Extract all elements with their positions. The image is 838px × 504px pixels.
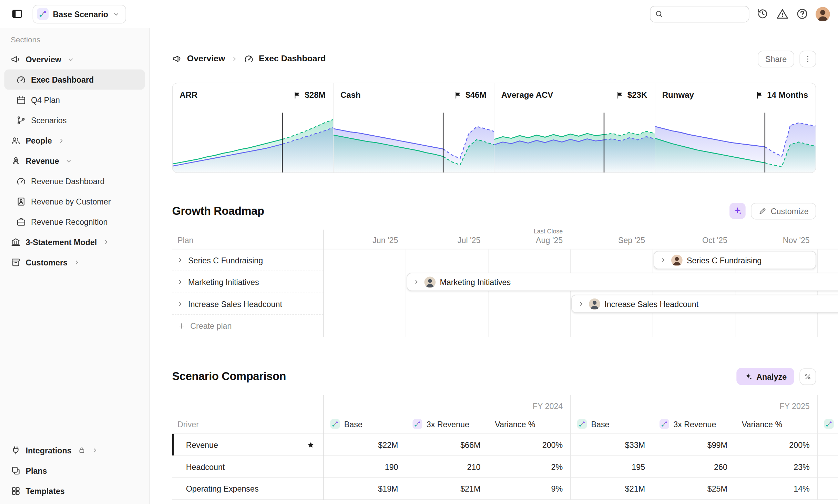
sidebar-item-label: People bbox=[25, 136, 52, 145]
roadmap-bar-increase-sales-headcount[interactable]: Increase Sales Headcount bbox=[571, 295, 838, 313]
sidebar-item-integrations[interactable]: Integrations bbox=[4, 440, 145, 460]
column-header-variance[interactable]: Variance % bbox=[488, 414, 570, 434]
sidebar-footer: Integrations Plans Templates bbox=[0, 440, 149, 501]
search-input[interactable] bbox=[666, 10, 744, 18]
value-cell[interactable]: 260 bbox=[653, 456, 735, 477]
kpi-card-average-acv[interactable]: Average ACV $23K bbox=[494, 83, 655, 172]
archive-icon bbox=[11, 257, 21, 267]
column-header-base[interactable]: Base bbox=[817, 414, 838, 434]
user-avatar[interactable] bbox=[816, 7, 830, 21]
value-cell[interactable] bbox=[817, 478, 838, 499]
value-cell[interactable]: $21M bbox=[570, 478, 653, 499]
value-cell[interactable]: 195 bbox=[570, 456, 653, 477]
roadmap-month-header: Nov '25 bbox=[735, 230, 817, 249]
bank-icon bbox=[11, 237, 21, 247]
analyze-button[interactable]: Analyze bbox=[737, 368, 794, 385]
value-cell[interactable]: $99M bbox=[653, 434, 735, 455]
fiscal-year-group-header: FY 2025 bbox=[570, 401, 817, 414]
breadcrumb-item-exec-dashboard[interactable]: Exec Dashboard bbox=[244, 54, 326, 64]
value-cell[interactable]: 200% bbox=[735, 434, 817, 455]
sidebar-item-people[interactable]: People bbox=[4, 130, 145, 150]
sidebar-item-label: Revenue bbox=[25, 156, 59, 165]
megaphone-icon bbox=[11, 54, 21, 64]
layers-icon bbox=[11, 465, 21, 475]
sidebar-item-exec-dashboard[interactable]: Exec Dashboard bbox=[4, 70, 145, 90]
lock-icon bbox=[78, 447, 85, 454]
sidebar-item-overview[interactable]: Overview bbox=[4, 49, 145, 70]
roadmap-month-header: Sep '25 bbox=[570, 230, 653, 249]
value-cell[interactable]: 23% bbox=[735, 456, 817, 477]
value-cell[interactable]: 14% bbox=[735, 478, 817, 499]
plus-icon bbox=[177, 322, 185, 330]
customize-button[interactable]: Customize bbox=[751, 203, 816, 219]
comparison-section-header: Scenario Comparison Analyze bbox=[172, 366, 816, 387]
create-plan-button[interactable]: Create plan bbox=[172, 315, 232, 337]
value-cell[interactable]: $66M bbox=[406, 434, 488, 455]
sidebar-nav: Overview Exec Dashboard Q4 Plan Scenario… bbox=[0, 49, 149, 272]
roadmap-row: Series C Fundraising Series C Fundraisin… bbox=[172, 249, 838, 271]
roadmap-plan-marketing-initiatives[interactable]: Marketing Initiatives bbox=[172, 271, 323, 293]
sidebar-item-plans[interactable]: Plans bbox=[4, 460, 145, 481]
help-icon[interactable] bbox=[796, 8, 808, 20]
scenario-icon bbox=[330, 419, 340, 429]
roadmap-bar-series-c-fundraising[interactable]: Series C Fundraising bbox=[654, 251, 816, 269]
more-options-button[interactable] bbox=[799, 51, 816, 67]
sidebar-item-3-statement-model[interactable]: 3-Statement Model bbox=[4, 232, 145, 252]
roadmap-plan-increase-sales-headcount[interactable]: Increase Sales Headcount bbox=[172, 293, 323, 315]
kpi-card-runway[interactable]: Runway 14 Months bbox=[655, 83, 816, 172]
variance-toggle-button[interactable] bbox=[799, 368, 816, 385]
sidebar-item-scenarios[interactable]: Scenarios bbox=[4, 110, 145, 130]
alert-icon[interactable] bbox=[776, 8, 789, 20]
chev-down-icon bbox=[64, 157, 72, 165]
breadcrumb-row: OverviewExec Dashboard Share bbox=[172, 50, 816, 68]
breadcrumb-item-overview[interactable]: Overview bbox=[172, 54, 225, 64]
value-cell[interactable] bbox=[817, 456, 838, 477]
value-cell[interactable]: $33M bbox=[570, 434, 653, 455]
value-cell[interactable]: $22M bbox=[323, 434, 406, 455]
value-cell[interactable]: 2% bbox=[488, 456, 570, 477]
kpi-card-cash[interactable]: Cash $46M bbox=[334, 83, 494, 172]
topbar-right bbox=[650, 6, 830, 22]
kebab-icon bbox=[803, 54, 812, 63]
sidebar-item-customers[interactable]: Customers bbox=[4, 252, 145, 272]
roadmap-title: Growth Roadmap bbox=[172, 204, 264, 217]
search-icon bbox=[655, 10, 663, 18]
share-button[interactable]: Share bbox=[758, 51, 794, 67]
column-header-variance[interactable]: Variance % bbox=[735, 414, 817, 434]
sidebar-item-revenue-dashboard[interactable]: Revenue Dashboard bbox=[4, 171, 145, 191]
kpi-card-arr[interactable]: ARR $28M bbox=[173, 83, 334, 172]
flag-icon bbox=[756, 91, 764, 99]
driver-cell[interactable]: Revenue bbox=[172, 434, 323, 455]
column-header-base[interactable]: Base bbox=[323, 414, 406, 434]
sidebar-item-q4-plan[interactable]: Q4 Plan bbox=[4, 90, 145, 110]
history-icon[interactable] bbox=[756, 8, 769, 20]
column-header-3x-revenue[interactable]: 3x Revenue bbox=[406, 414, 488, 434]
star-icon[interactable] bbox=[307, 441, 315, 449]
value-cell[interactable]: $19M bbox=[323, 478, 406, 499]
column-header-3x-revenue[interactable]: 3x Revenue bbox=[653, 414, 735, 434]
sidebar-item-label: Customers bbox=[25, 258, 68, 266]
value-cell[interactable]: 9% bbox=[488, 478, 570, 499]
value-cell[interactable]: 200% bbox=[488, 434, 570, 455]
driver-cell[interactable]: Operating Expenses bbox=[172, 478, 323, 499]
roadmap-bar-marketing-initiatives[interactable]: Marketing Initiatives bbox=[407, 273, 838, 291]
sidebar-toggle-button[interactable] bbox=[8, 5, 26, 23]
value-cell[interactable]: $21M bbox=[406, 478, 488, 499]
value-cell[interactable]: 210 bbox=[406, 456, 488, 477]
roadmap-plan-series-c-fundraising[interactable]: Series C Fundraising bbox=[172, 249, 323, 271]
sidebar-item-revenue-by-customer[interactable]: Revenue by Customer bbox=[4, 191, 145, 211]
page-actions: Share bbox=[758, 51, 816, 67]
driver-cell[interactable]: Headcount bbox=[172, 456, 323, 477]
sidebar-item-revenue-recognition[interactable]: Revenue Recognition bbox=[4, 211, 145, 232]
sidebar-item-label: Scenarios bbox=[31, 116, 67, 125]
sidebar-item-templates[interactable]: Templates bbox=[4, 481, 145, 501]
scenario-switcher-button[interactable]: Base Scenario bbox=[33, 4, 126, 23]
search-box[interactable] bbox=[650, 6, 749, 22]
value-cell[interactable]: $25M bbox=[653, 478, 735, 499]
column-header-base[interactable]: Base bbox=[570, 414, 653, 434]
value-cell[interactable]: 190 bbox=[323, 456, 406, 477]
kpi-sparkline bbox=[655, 109, 816, 172]
value-cell[interactable] bbox=[817, 434, 838, 455]
sidebar-item-revenue[interactable]: Revenue bbox=[4, 150, 145, 171]
roadmap-ai-button[interactable] bbox=[729, 203, 746, 219]
